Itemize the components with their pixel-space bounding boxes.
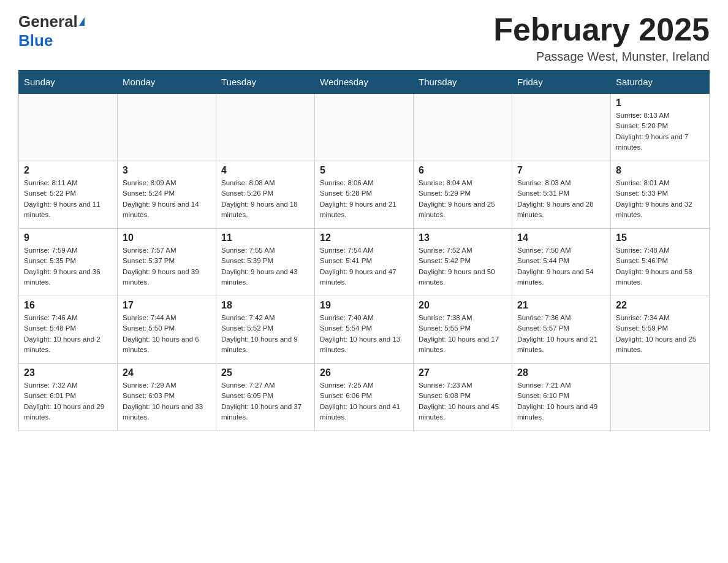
calendar-table: SundayMondayTuesdayWednesdayThursdayFrid… [18, 70, 710, 431]
calendar-cell: 16Sunrise: 7:46 AMSunset: 5:48 PMDayligh… [19, 296, 118, 364]
calendar-cell: 6Sunrise: 8:04 AMSunset: 5:29 PMDaylight… [414, 161, 512, 229]
day-number: 4 [221, 165, 309, 176]
day-info-text: Sunrise: 7:29 AMSunset: 6:03 PMDaylight:… [123, 380, 211, 423]
calendar-cell: 21Sunrise: 7:36 AMSunset: 5:57 PMDayligh… [512, 296, 611, 364]
calendar-cell [19, 94, 118, 161]
day-number: 21 [517, 300, 605, 311]
logo-triangle-icon [79, 17, 85, 26]
calendar-cell: 5Sunrise: 8:06 AMSunset: 5:28 PMDaylight… [315, 161, 414, 229]
day-number: 16 [24, 300, 112, 311]
day-info-text: Sunrise: 7:34 AMSunset: 5:59 PMDaylight:… [616, 313, 704, 355]
calendar-cell: 12Sunrise: 7:54 AMSunset: 5:41 PMDayligh… [315, 229, 414, 296]
day-info-text: Sunrise: 7:52 AMSunset: 5:42 PMDaylight:… [419, 245, 507, 288]
calendar-cell: 3Sunrise: 8:09 AMSunset: 5:24 PMDaylight… [118, 161, 216, 229]
day-number: 19 [320, 300, 408, 311]
calendar-cell: 4Sunrise: 8:08 AMSunset: 5:26 PMDaylight… [216, 161, 315, 229]
day-info-text: Sunrise: 7:54 AMSunset: 5:41 PMDaylight:… [320, 245, 408, 288]
day-number: 1 [616, 98, 704, 109]
day-info-text: Sunrise: 8:08 AMSunset: 5:26 PMDaylight:… [221, 178, 309, 220]
day-of-week-header: Thursday [414, 71, 512, 94]
page-header: General Blue February 2025 Passage West,… [18, 12, 710, 64]
day-number: 20 [419, 300, 507, 311]
calendar-week-row: 1Sunrise: 8:13 AMSunset: 5:20 PMDaylight… [19, 94, 710, 161]
day-info-text: Sunrise: 7:27 AMSunset: 6:05 PMDaylight:… [221, 380, 309, 423]
logo: General Blue [18, 12, 85, 50]
calendar-cell: 28Sunrise: 7:21 AMSunset: 6:10 PMDayligh… [512, 364, 611, 431]
day-of-week-header: Friday [512, 71, 611, 94]
logo-blue-text: Blue [18, 31, 53, 50]
day-info-text: Sunrise: 8:13 AMSunset: 5:20 PMDaylight:… [616, 110, 704, 153]
calendar-cell: 20Sunrise: 7:38 AMSunset: 5:55 PMDayligh… [414, 296, 512, 364]
day-number: 13 [419, 232, 507, 243]
calendar-cell [512, 94, 611, 161]
calendar-cell: 17Sunrise: 7:44 AMSunset: 5:50 PMDayligh… [118, 296, 216, 364]
day-number: 28 [517, 367, 605, 378]
calendar-cell: 9Sunrise: 7:59 AMSunset: 5:35 PMDaylight… [19, 229, 118, 296]
calendar-cell [216, 94, 315, 161]
day-number: 7 [517, 165, 605, 176]
calendar-cell: 10Sunrise: 7:57 AMSunset: 5:37 PMDayligh… [118, 229, 216, 296]
day-number: 9 [24, 232, 112, 243]
calendar-cell [611, 364, 710, 431]
day-info-text: Sunrise: 7:25 AMSunset: 6:06 PMDaylight:… [320, 380, 408, 423]
day-info-text: Sunrise: 7:38 AMSunset: 5:55 PMDaylight:… [419, 313, 507, 355]
calendar-cell: 7Sunrise: 8:03 AMSunset: 5:31 PMDaylight… [512, 161, 611, 229]
calendar-cell [118, 94, 216, 161]
day-number: 11 [221, 232, 309, 243]
calendar-cell: 22Sunrise: 7:34 AMSunset: 5:59 PMDayligh… [611, 296, 710, 364]
day-info-text: Sunrise: 8:11 AMSunset: 5:22 PMDaylight:… [24, 178, 112, 220]
day-number: 12 [320, 232, 408, 243]
day-info-text: Sunrise: 7:44 AMSunset: 5:50 PMDaylight:… [123, 313, 211, 355]
day-of-week-header: Wednesday [315, 71, 414, 94]
calendar-week-row: 16Sunrise: 7:46 AMSunset: 5:48 PMDayligh… [19, 296, 710, 364]
day-of-week-header: Tuesday [216, 71, 315, 94]
location-text: Passage West, Munster, Ireland [493, 50, 710, 64]
calendar-cell: 27Sunrise: 7:23 AMSunset: 6:08 PMDayligh… [414, 364, 512, 431]
calendar-week-row: 23Sunrise: 7:32 AMSunset: 6:01 PMDayligh… [19, 364, 710, 431]
month-title: February 2025 [493, 12, 710, 47]
day-info-text: Sunrise: 7:40 AMSunset: 5:54 PMDaylight:… [320, 313, 408, 355]
calendar-header-row: SundayMondayTuesdayWednesdayThursdayFrid… [19, 71, 710, 94]
day-info-text: Sunrise: 8:01 AMSunset: 5:33 PMDaylight:… [616, 178, 704, 220]
title-section: February 2025 Passage West, Munster, Ire… [493, 12, 710, 64]
day-number: 24 [123, 367, 211, 378]
day-number: 3 [123, 165, 211, 176]
day-of-week-header: Monday [118, 71, 216, 94]
day-number: 5 [320, 165, 408, 176]
calendar-cell: 13Sunrise: 7:52 AMSunset: 5:42 PMDayligh… [414, 229, 512, 296]
calendar-cell [414, 94, 512, 161]
calendar-cell: 23Sunrise: 7:32 AMSunset: 6:01 PMDayligh… [19, 364, 118, 431]
day-info-text: Sunrise: 7:36 AMSunset: 5:57 PMDaylight:… [517, 313, 605, 355]
calendar-week-row: 2Sunrise: 8:11 AMSunset: 5:22 PMDaylight… [19, 161, 710, 229]
day-number: 23 [24, 367, 112, 378]
logo-general-text: General [18, 12, 78, 31]
calendar-cell: 11Sunrise: 7:55 AMSunset: 5:39 PMDayligh… [216, 229, 315, 296]
calendar-week-row: 9Sunrise: 7:59 AMSunset: 5:35 PMDaylight… [19, 229, 710, 296]
day-info-text: Sunrise: 7:59 AMSunset: 5:35 PMDaylight:… [24, 245, 112, 288]
calendar-cell: 25Sunrise: 7:27 AMSunset: 6:05 PMDayligh… [216, 364, 315, 431]
calendar-cell: 18Sunrise: 7:42 AMSunset: 5:52 PMDayligh… [216, 296, 315, 364]
day-number: 6 [419, 165, 507, 176]
day-number: 8 [616, 165, 704, 176]
day-info-text: Sunrise: 8:09 AMSunset: 5:24 PMDaylight:… [123, 178, 211, 220]
day-info-text: Sunrise: 7:21 AMSunset: 6:10 PMDaylight:… [517, 380, 605, 423]
day-of-week-header: Saturday [611, 71, 710, 94]
calendar-cell: 2Sunrise: 8:11 AMSunset: 5:22 PMDaylight… [19, 161, 118, 229]
day-info-text: Sunrise: 7:50 AMSunset: 5:44 PMDaylight:… [517, 245, 605, 288]
calendar-cell: 1Sunrise: 8:13 AMSunset: 5:20 PMDaylight… [611, 94, 710, 161]
day-number: 26 [320, 367, 408, 378]
calendar-cell [315, 94, 414, 161]
calendar-cell: 15Sunrise: 7:48 AMSunset: 5:46 PMDayligh… [611, 229, 710, 296]
calendar-cell: 19Sunrise: 7:40 AMSunset: 5:54 PMDayligh… [315, 296, 414, 364]
day-info-text: Sunrise: 7:23 AMSunset: 6:08 PMDaylight:… [419, 380, 507, 423]
day-number: 25 [221, 367, 309, 378]
calendar-cell: 26Sunrise: 7:25 AMSunset: 6:06 PMDayligh… [315, 364, 414, 431]
day-info-text: Sunrise: 8:03 AMSunset: 5:31 PMDaylight:… [517, 178, 605, 220]
day-number: 27 [419, 367, 507, 378]
day-number: 2 [24, 165, 112, 176]
day-info-text: Sunrise: 8:04 AMSunset: 5:29 PMDaylight:… [419, 178, 507, 220]
day-number: 17 [123, 300, 211, 311]
day-info-text: Sunrise: 7:55 AMSunset: 5:39 PMDaylight:… [221, 245, 309, 288]
day-info-text: Sunrise: 8:06 AMSunset: 5:28 PMDaylight:… [320, 178, 408, 220]
day-info-text: Sunrise: 7:57 AMSunset: 5:37 PMDaylight:… [123, 245, 211, 288]
